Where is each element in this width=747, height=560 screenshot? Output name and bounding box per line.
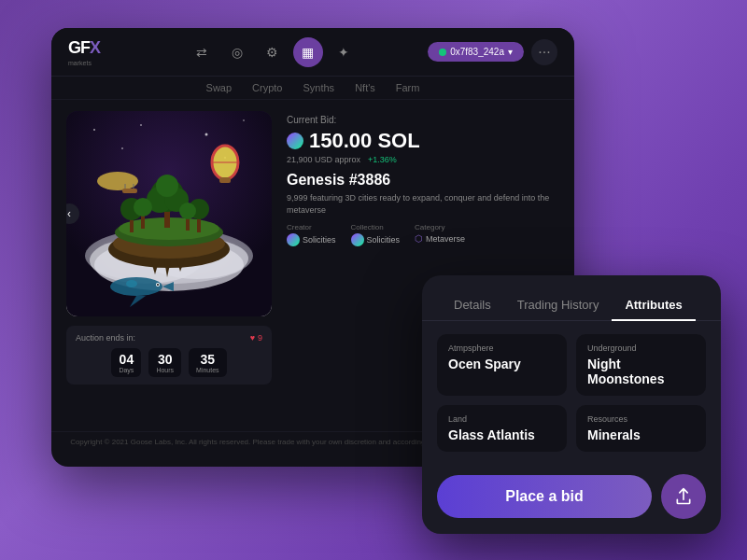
nft-image: ‹ [66,111,272,316]
place-bid-button[interactable]: Place a bid [437,475,652,518]
bid-label: Current Bid: [287,115,559,125]
svg-rect-10 [219,177,231,183]
svg-point-39 [110,277,162,296]
share-button[interactable] [661,474,706,519]
tab-trading-history[interactable]: Trading History [504,290,613,321]
nav-right: 0x7f83_242a ▾ ··· [428,39,557,65]
attr-value-land: Glass Atlantis [448,427,556,442]
attr-label-underground: Underground [587,343,695,353]
attr-label-land: Land [448,414,556,424]
nft-section: ‹ [66,111,272,420]
attr-card-land: Land Glass Atlantis [437,405,567,452]
attr-card-resources: Resources Minerals [576,405,706,452]
attr-card-atmosphere: Atmpsphere Ocen Spary [437,334,567,396]
bottom-actions: Place a bid [422,465,721,534]
mobile-panel: Details Trading History Attributes Atmps… [422,275,721,534]
auction-info: Auction ends in: ♥ 9 04 Days 30 Hours [66,326,272,385]
hours-unit: 30 Hours [148,348,181,377]
sol-icon [287,133,303,149]
shuffle-icon[interactable]: ⇄ [187,37,217,67]
svg-point-41 [126,280,137,287]
wallet-button[interactable]: 0x7f83_242a ▾ [428,42,524,62]
crypto-icon[interactable]: ◎ [222,37,252,67]
auction-label: Auction ends in: ♥ 9 [76,333,262,343]
subnav-nfts[interactable]: Nft's [355,82,375,93]
nft-scene [66,111,272,316]
svg-point-1 [93,129,95,131]
collection-value: Solicities [351,233,401,246]
bid-approx: 21,900 USD approx [287,155,360,164]
category-label: Category [415,223,465,231]
collection-avatar [351,233,364,246]
category-col: Category ⬡ Metaverse [415,223,465,246]
wallet-address: 0x7f83_242a [450,47,504,57]
svg-point-34 [134,198,152,217]
svg-point-3 [205,133,208,136]
navbar: GFX markets ⇄ ◎ ⚙ ▦ ✦ 0x7f83_242a ▾ ··· [51,28,574,77]
svg-point-4 [243,119,245,121]
collection-col: Collection Solicities [351,223,401,246]
logo-text: GFX [68,38,100,58]
attributes-grid: Atmpsphere Ocen Spary Underground Night … [422,321,721,465]
subnav-synths[interactable]: Synths [303,82,334,93]
nav-icons: ⇄ ◎ ⚙ ▦ ✦ [117,37,428,67]
nft-title: Genesis #3886 [287,172,559,189]
creator-label: Creator [287,223,336,231]
bid-row: 150.00 SOL [287,129,559,153]
attr-value-resources: Minerals [587,427,695,442]
svg-point-2 [140,124,142,126]
share-icon [674,487,693,506]
svg-point-38 [179,203,196,219]
svg-point-43 [157,284,159,286]
svg-point-30 [156,175,178,197]
synths-icon[interactable]: ⚙ [258,37,288,67]
auction-timer: 04 Days 30 Hours 35 Minutes [76,348,262,377]
minutes-unit: 35 Minutes [189,348,227,377]
subnav-farm[interactable]: Farm [396,82,420,93]
tab-attributes[interactable]: Attributes [612,290,695,321]
sub-nav: Swap Crypto Synths Nft's Farm [51,77,574,100]
attr-value-atmosphere: Ocen Spary [448,357,556,371]
svg-rect-12 [122,189,137,193]
heart-badge: ♥ 9 [250,333,262,343]
nft-icon[interactable]: ▦ [293,37,323,67]
svg-point-11 [97,172,138,190]
subnav-crypto[interactable]: Crypto [252,82,282,93]
creator-avatar [287,233,300,246]
creator-value: Solicities [287,233,336,246]
attr-card-underground: Underground Night Moonstones [576,334,706,396]
bid-change: +1.36% [368,155,397,164]
creator-col: Creator Solicities [287,223,336,246]
nft-description: 9,999 featuring 3D cities ready to expan… [287,192,559,216]
farm-icon[interactable]: ✦ [329,37,359,67]
category-value: ⬡ Metaverse [415,233,465,244]
more-button[interactable]: ··· [531,39,557,65]
chevron-down-icon: ▾ [508,47,513,57]
meta-row: Creator Solicities Collection Solicities… [287,223,559,246]
heart-icon: ♥ [250,333,255,343]
status-dot [439,49,446,56]
attr-label-resources: Resources [587,414,695,424]
attr-label-atmosphere: Atmpsphere [448,343,556,353]
svg-point-5 [121,147,123,149]
subnav-swap[interactable]: Swap [206,82,233,93]
attr-value-underground: Night Moonstones [587,357,695,386]
bid-amount: 150.00 SOL [309,129,420,153]
logo: GFX markets [68,38,100,66]
logo-sub: markets [68,60,100,66]
tabs: Details Trading History Attributes [422,275,721,321]
tab-details[interactable]: Details [441,290,504,321]
collection-label: Collection [351,223,401,231]
days-unit: 04 Days [111,348,141,377]
